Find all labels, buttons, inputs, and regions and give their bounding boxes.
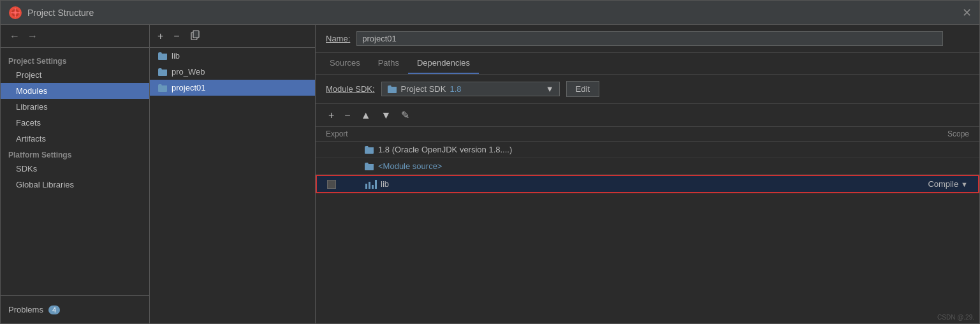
deps-row-lib-name: lib <box>365 179 904 189</box>
sidebar-item-global-libraries[interactable]: Global Libraries <box>1 177 149 193</box>
close-button[interactable]: ✕ <box>962 7 972 18</box>
sidebar-item-project[interactable]: Project <box>1 67 149 83</box>
deps-toolbar: + − ▲ ▼ ✎ <box>316 104 979 127</box>
app-logo <box>8 6 22 20</box>
tab-paths[interactable]: Paths <box>369 53 408 74</box>
deps-remove-button[interactable]: − <box>342 108 353 122</box>
titlebar: Project Structure ✕ <box>1 1 979 25</box>
sidebar: ← → Project Settings Project Modules Lib… <box>1 25 150 323</box>
deps-row-module-src-name: <Module source> <box>364 161 905 171</box>
back-button[interactable]: ← <box>6 29 24 43</box>
export-col-header: Export <box>326 129 364 138</box>
lib-scope: Compile ▼ <box>904 179 968 189</box>
name-row: Name: <box>316 25 979 53</box>
tabs-row: Sources Paths Dependencies <box>316 53 979 75</box>
deps-table: Export Scope 1.8 (Oracle OpenJDK version… <box>316 127 979 323</box>
right-panel: Name: Sources Paths Dependencies Module … <box>316 25 979 323</box>
sidebar-item-modules[interactable]: Modules <box>1 83 149 99</box>
sdk-row: Module SDK: Project SDK 1.8 ▼ Edit <box>316 75 979 104</box>
deps-down-button[interactable]: ▼ <box>379 108 394 122</box>
deps-row-jdk: 1.8 (Oracle OpenJDK version 1.8....) <box>316 142 979 158</box>
deps-row-jdk-name: 1.8 (Oracle OpenJDK version 1.8....) <box>364 145 905 154</box>
sidebar-nav: ← → <box>1 25 149 48</box>
lib-checkbox[interactable] <box>327 180 336 189</box>
lib-bars-icon <box>365 180 377 189</box>
sdk-label: Module SDK: <box>326 84 375 94</box>
deps-row-module-src: <Module source> <box>316 158 979 175</box>
platform-settings-section: Platform Settings <box>1 147 149 161</box>
folder-item-pro-web[interactable]: pro_Web <box>150 64 315 80</box>
sidebar-content: Project Settings Project Modules Librari… <box>1 48 149 295</box>
copy-module-button[interactable] <box>187 29 203 44</box>
folder-item-project01[interactable]: project01 <box>150 80 315 96</box>
sdk-version: 1.8 <box>450 84 461 94</box>
svg-rect-6 <box>193 31 199 38</box>
name-input[interactable] <box>356 31 943 46</box>
sidebar-item-libraries[interactable]: Libraries <box>1 99 149 115</box>
svg-rect-4 <box>15 8 16 17</box>
scope-dropdown-icon[interactable]: ▼ <box>961 180 968 188</box>
middle-toolbar: + − <box>150 25 315 48</box>
name-label: Name: <box>326 34 350 43</box>
watermark: CSDN @.29. <box>937 314 974 321</box>
deps-edit-button[interactable]: ✎ <box>399 108 412 122</box>
sidebar-item-artifacts[interactable]: Artifacts <box>1 131 149 147</box>
sdk-dropdown[interactable]: Project SDK 1.8 ▼ <box>381 82 560 96</box>
problems-badge: 4 <box>48 306 60 314</box>
window-title: Project Structure <box>27 8 962 18</box>
deps-table-header: Export Scope <box>316 127 979 142</box>
add-module-button[interactable]: + <box>155 29 166 43</box>
forward-button[interactable]: → <box>24 29 41 43</box>
tab-sources[interactable]: Sources <box>321 53 369 74</box>
sdk-chevron-icon: ▼ <box>546 84 554 94</box>
deps-add-button[interactable]: + <box>326 108 337 122</box>
sidebar-item-facets[interactable]: Facets <box>1 115 149 131</box>
tab-dependencies[interactable]: Dependencies <box>408 53 479 74</box>
project-settings-section: Project Settings <box>1 53 149 67</box>
scope-col-header: Scope <box>905 129 969 138</box>
remove-module-button[interactable]: − <box>171 29 182 43</box>
middle-panel: + − lib pro_Web <box>150 25 316 323</box>
sidebar-bottom: Problems 4 <box>1 295 149 323</box>
edit-sdk-button[interactable]: Edit <box>566 81 599 97</box>
sidebar-item-sdks[interactable]: SDKs <box>1 161 149 177</box>
problems-item[interactable]: Problems 4 <box>1 301 149 318</box>
deps-row-lib[interactable]: lib Compile ▼ <box>316 175 979 193</box>
folder-item-lib[interactable]: lib <box>150 48 315 64</box>
deps-up-button[interactable]: ▲ <box>358 108 374 122</box>
project-structure-window: Project Structure ✕ ← → Project Settings… <box>0 0 980 324</box>
